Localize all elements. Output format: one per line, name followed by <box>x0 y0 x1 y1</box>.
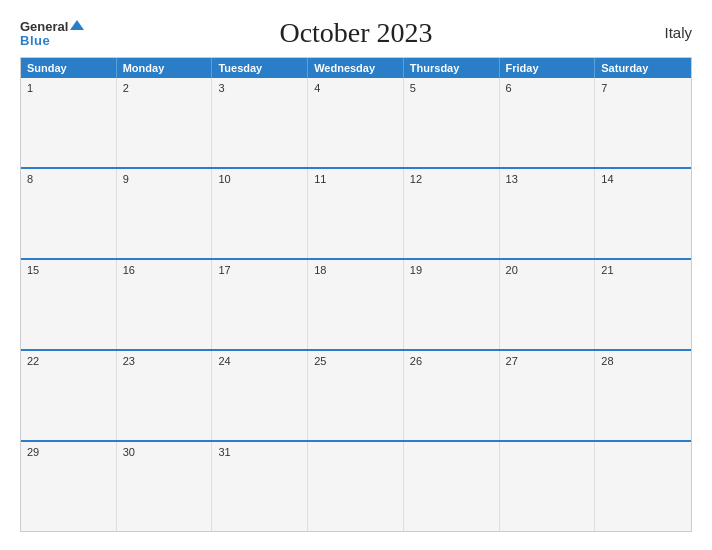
week-row-3: 15 16 17 18 19 20 21 <box>21 258 691 349</box>
day-cell: 10 <box>212 169 308 258</box>
day-cell: 31 <box>212 442 308 531</box>
day-cell: 9 <box>117 169 213 258</box>
day-cell: 25 <box>308 351 404 440</box>
week-row-1: 1 2 3 4 5 6 7 <box>21 78 691 167</box>
day-cell: 2 <box>117 78 213 167</box>
day-cell: 30 <box>117 442 213 531</box>
day-cell: 4 <box>308 78 404 167</box>
calendar-page: General Blue October 2023 Italy Sunday M… <box>0 0 712 550</box>
day-cell: 21 <box>595 260 691 349</box>
day-cell: 24 <box>212 351 308 440</box>
day-cell-empty <box>308 442 404 531</box>
day-cell: 11 <box>308 169 404 258</box>
logo-general-text: General <box>20 18 84 34</box>
day-cell: 20 <box>500 260 596 349</box>
day-cell: 26 <box>404 351 500 440</box>
day-cell: 1 <box>21 78 117 167</box>
day-cell: 5 <box>404 78 500 167</box>
day-cell: 3 <box>212 78 308 167</box>
header-sunday: Sunday <box>21 58 117 78</box>
country-label: Italy <box>664 24 692 41</box>
day-cell-empty <box>500 442 596 531</box>
day-cell: 14 <box>595 169 691 258</box>
day-headers-row: Sunday Monday Tuesday Wednesday Thursday… <box>21 58 691 78</box>
day-cell: 27 <box>500 351 596 440</box>
day-cell: 17 <box>212 260 308 349</box>
header-wednesday: Wednesday <box>308 58 404 78</box>
header-monday: Monday <box>117 58 213 78</box>
day-cell: 19 <box>404 260 500 349</box>
day-cell: 23 <box>117 351 213 440</box>
day-cell: 16 <box>117 260 213 349</box>
logo: General Blue <box>20 18 84 47</box>
day-cell: 6 <box>500 78 596 167</box>
week-row-4: 22 23 24 25 26 27 28 <box>21 349 691 440</box>
week-row-2: 8 9 10 11 12 13 14 <box>21 167 691 258</box>
calendar-title: October 2023 <box>279 17 432 49</box>
day-cell: 29 <box>21 442 117 531</box>
header-saturday: Saturday <box>595 58 691 78</box>
day-cell-empty <box>595 442 691 531</box>
logo-blue-text: Blue <box>20 34 50 47</box>
header-thursday: Thursday <box>404 58 500 78</box>
weeks-container: 1 2 3 4 5 6 7 8 9 10 11 12 13 14 15 16 <box>21 78 691 531</box>
day-cell: 18 <box>308 260 404 349</box>
day-cell: 22 <box>21 351 117 440</box>
calendar-grid: Sunday Monday Tuesday Wednesday Thursday… <box>20 57 692 532</box>
header: General Blue October 2023 Italy <box>20 18 692 47</box>
day-cell: 12 <box>404 169 500 258</box>
day-cell: 13 <box>500 169 596 258</box>
day-cell-empty <box>404 442 500 531</box>
day-cell: 8 <box>21 169 117 258</box>
logo-triangle-icon <box>70 20 84 30</box>
week-row-5: 29 30 31 <box>21 440 691 531</box>
header-friday: Friday <box>500 58 596 78</box>
header-tuesday: Tuesday <box>212 58 308 78</box>
day-cell: 15 <box>21 260 117 349</box>
day-cell: 7 <box>595 78 691 167</box>
day-cell: 28 <box>595 351 691 440</box>
